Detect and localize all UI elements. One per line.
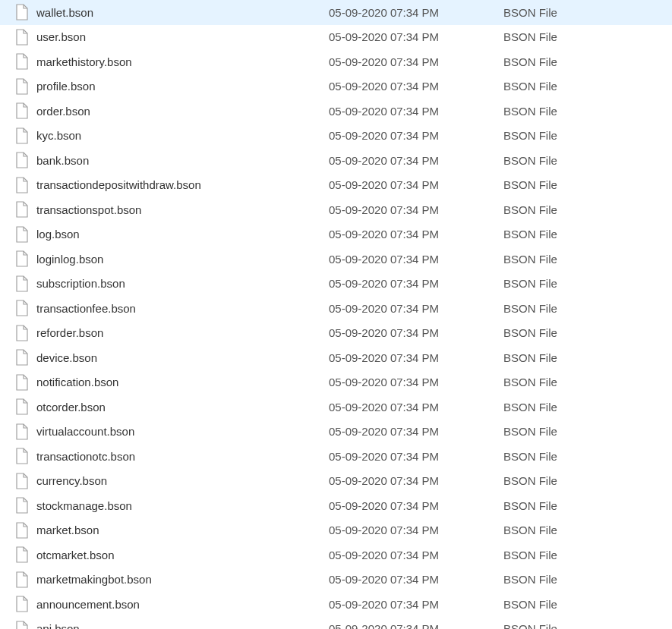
file-name: reforder.bson <box>36 326 329 339</box>
file-icon <box>15 29 29 46</box>
file-row[interactable]: marketmakingbot.bson05-09-2020 07:34 PMB… <box>0 568 672 593</box>
file-type: BSON File <box>503 129 557 142</box>
file-date: 05-09-2020 07:34 PM <box>329 228 503 241</box>
file-date: 05-09-2020 07:34 PM <box>329 401 503 414</box>
file-row[interactable]: otcorder.bson05-09-2020 07:34 PMBSON Fil… <box>0 395 672 420</box>
file-row[interactable]: reforder.bson05-09-2020 07:34 PMBSON Fil… <box>0 321 672 346</box>
file-type: BSON File <box>503 450 557 463</box>
file-row[interactable]: stockmanage.bson05-09-2020 07:34 PMBSON … <box>0 493 672 518</box>
file-icon <box>15 78 29 95</box>
file-row[interactable]: wallet.bson05-09-2020 07:34 PMBSON File <box>0 0 672 25</box>
file-date: 05-09-2020 07:34 PM <box>329 376 503 388</box>
file-type: BSON File <box>503 573 557 586</box>
file-row[interactable]: order.bson05-09-2020 07:34 PMBSON File <box>0 99 672 124</box>
file-name: marketmakingbot.bson <box>36 573 329 586</box>
file-type: BSON File <box>503 499 557 512</box>
file-icon <box>15 473 29 489</box>
file-icon <box>15 127 29 144</box>
file-icon <box>15 571 29 588</box>
file-icon <box>15 423 29 440</box>
file-date: 05-09-2020 07:34 PM <box>329 105 503 118</box>
file-date: 05-09-2020 07:34 PM <box>329 499 503 512</box>
file-type: BSON File <box>503 549 557 561</box>
file-name: otcorder.bson <box>36 401 329 414</box>
file-name: user.bson <box>36 30 329 43</box>
file-date: 05-09-2020 07:34 PM <box>329 178 503 191</box>
file-date: 05-09-2020 07:34 PM <box>329 450 503 463</box>
file-icon <box>15 325 29 341</box>
file-row[interactable]: bank.bson05-09-2020 07:34 PMBSON File <box>0 148 672 173</box>
file-name: device.bson <box>36 351 329 364</box>
file-icon <box>15 349 29 366</box>
file-row[interactable]: kyc.bson05-09-2020 07:34 PMBSON File <box>0 124 672 149</box>
file-row[interactable]: profile.bson05-09-2020 07:34 PMBSON File <box>0 74 672 99</box>
file-row[interactable]: loginlog.bson05-09-2020 07:34 PMBSON Fil… <box>0 247 672 272</box>
file-row[interactable]: otcmarket.bson05-09-2020 07:34 PMBSON Fi… <box>0 543 672 568</box>
file-icon <box>15 102 29 119</box>
file-row[interactable]: log.bson05-09-2020 07:34 PMBSON File <box>0 222 672 247</box>
file-type: BSON File <box>503 105 557 118</box>
file-type: BSON File <box>503 302 557 315</box>
file-row[interactable]: currency.bson05-09-2020 07:34 PMBSON Fil… <box>0 469 672 494</box>
file-list: wallet.bson05-09-2020 07:34 PMBSON Fileu… <box>0 0 672 629</box>
file-icon <box>15 621 29 629</box>
file-row[interactable]: device.bson05-09-2020 07:34 PMBSON File <box>0 345 672 370</box>
file-row[interactable]: transactionfee.bson05-09-2020 07:34 PMBS… <box>0 296 672 321</box>
file-date: 05-09-2020 07:34 PM <box>329 30 503 43</box>
file-icon <box>15 374 29 391</box>
file-date: 05-09-2020 07:34 PM <box>329 573 503 586</box>
file-row[interactable]: virtualaccount.bson05-09-2020 07:34 PMBS… <box>0 420 672 445</box>
file-row[interactable]: transactionspot.bson05-09-2020 07:34 PMB… <box>0 197 672 222</box>
file-name: bank.bson <box>36 154 329 167</box>
file-type: BSON File <box>503 401 557 414</box>
file-type: BSON File <box>503 474 557 487</box>
file-date: 05-09-2020 07:34 PM <box>329 622 503 629</box>
file-type: BSON File <box>503 622 557 629</box>
file-row[interactable]: markethistory.bson05-09-2020 07:34 PMBSO… <box>0 49 672 74</box>
file-type: BSON File <box>503 253 557 266</box>
file-icon <box>15 497 29 514</box>
file-name: log.bson <box>36 228 329 241</box>
file-row[interactable]: api.bson05-09-2020 07:34 PMBSON File <box>0 617 672 630</box>
file-type: BSON File <box>503 524 557 536</box>
file-icon <box>15 226 29 243</box>
file-date: 05-09-2020 07:34 PM <box>329 425 503 438</box>
file-name: currency.bson <box>36 474 329 487</box>
file-type: BSON File <box>503 30 557 43</box>
file-icon <box>15 250 29 267</box>
file-name: announcement.bson <box>36 598 329 611</box>
file-name: stockmanage.bson <box>36 499 329 512</box>
file-type: BSON File <box>503 326 557 339</box>
file-date: 05-09-2020 07:34 PM <box>329 129 503 142</box>
file-type: BSON File <box>503 425 557 438</box>
file-name: profile.bson <box>36 80 329 93</box>
file-row[interactable]: notification.bson05-09-2020 07:34 PMBSON… <box>0 370 672 395</box>
file-row[interactable]: subscription.bson05-09-2020 07:34 PMBSON… <box>0 272 672 297</box>
file-name: kyc.bson <box>36 129 329 142</box>
file-type: BSON File <box>503 178 557 191</box>
file-date: 05-09-2020 07:34 PM <box>329 277 503 290</box>
file-row[interactable]: user.bson05-09-2020 07:34 PMBSON File <box>0 25 672 50</box>
file-type: BSON File <box>503 277 557 290</box>
file-date: 05-09-2020 07:34 PM <box>329 326 503 339</box>
file-type: BSON File <box>503 80 557 93</box>
file-name: virtualaccount.bson <box>36 425 329 438</box>
file-icon <box>15 448 29 464</box>
file-row[interactable]: transactionotc.bson05-09-2020 07:34 PMBS… <box>0 444 672 469</box>
file-name: api.bson <box>36 622 329 629</box>
file-row[interactable]: announcement.bson05-09-2020 07:34 PMBSON… <box>0 592 672 617</box>
file-name: subscription.bson <box>36 277 329 290</box>
file-row[interactable]: transactiondepositwithdraw.bson05-09-202… <box>0 173 672 198</box>
file-date: 05-09-2020 07:34 PM <box>329 203 503 216</box>
file-date: 05-09-2020 07:34 PM <box>329 549 503 561</box>
file-name: order.bson <box>36 105 329 118</box>
file-name: wallet.bson <box>36 6 329 19</box>
file-date: 05-09-2020 07:34 PM <box>329 351 503 364</box>
file-row[interactable]: market.bson05-09-2020 07:34 PMBSON File <box>0 518 672 543</box>
file-name: loginlog.bson <box>36 253 329 266</box>
file-date: 05-09-2020 07:34 PM <box>329 524 503 536</box>
file-name: notification.bson <box>36 376 329 388</box>
file-type: BSON File <box>503 351 557 364</box>
file-type: BSON File <box>503 376 557 388</box>
file-icon <box>15 546 29 563</box>
